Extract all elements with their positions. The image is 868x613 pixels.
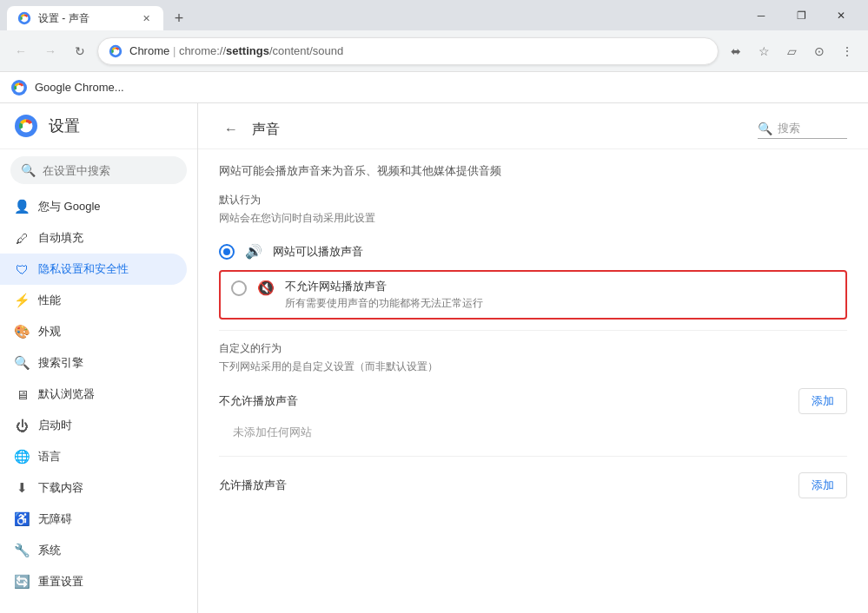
forward-nav-button[interactable]: → [38,39,63,63]
system-icon: 🔧 [14,543,30,558]
url-path: chrome://settings/content/sound [179,44,343,57]
bookmark-button[interactable]: ☆ [752,39,776,63]
custom-behavior-title: 自定义的行为 [219,341,847,356]
browser-icon: 🖥 [14,386,30,402]
shield-icon: 🛡 [14,261,30,277]
disallow-add-button[interactable]: 添加 [798,388,847,414]
sidebar-item-download[interactable]: ⬇ 下载内容 [0,472,187,504]
profile-button[interactable]: ⊙ [807,39,832,63]
sidebar-item-label: 默认浏览器 [38,386,95,402]
titlebar: 设置 - 声音 ✕ + ─ ❐ ✕ [0,0,868,30]
sidebar-search-bar[interactable]: 🔍 [10,156,187,184]
allow-add-button[interactable]: 添加 [798,472,847,498]
performance-icon: ⚡ [14,293,30,308]
sidebar-item-label: 您与 Google [38,199,101,214]
disallow-highlight-box: 🔇 不允许网站播放声音 所有需要使用声音的功能都将无法正常运行 [219,270,847,320]
allow-section-title: 允许播放声音 [219,478,287,493]
sidebar-item-accessibility[interactable]: ♿ 无障碍 [0,504,187,535]
sidebar-item-performance[interactable]: ⚡ 性能 [0,285,187,316]
menu-button[interactable]: ⋮ [835,39,859,63]
allow-sound-icon: 🔊 [245,243,262,260]
sidebar-item-privacy[interactable]: 🛡 隐私设置和安全性 [0,254,187,285]
close-button[interactable]: ✕ [821,0,861,30]
sidebar-header: 设置 [0,103,197,149]
accessibility-icon: ♿ [14,511,30,527]
window-controls: ─ ❐ ✕ [741,0,861,30]
content-body: 网站可能会播放声音来为音乐、视频和其他媒体提供音频 默认行为 网站会在您访问时自… [198,149,868,517]
sidebar-item-label: 系统 [38,543,61,558]
svg-point-2 [23,16,27,21]
allow-radio-button[interactable] [219,244,235,260]
sidebar-chrome-logo [14,114,38,138]
search-right-icon: 🔍 [758,122,772,135]
content-page-title: 声音 [252,121,280,139]
tab-close-button[interactable]: ✕ [139,11,153,25]
sidebar-item-autofill[interactable]: 🖊 自动填充 [0,222,187,254]
custom-behavior-subtitle: 下列网站采用的是自定义设置（而非默认设置） [219,359,847,374]
back-nav-button[interactable]: ← [9,39,33,63]
reload-button[interactable]: ↻ [68,39,92,63]
content-area: ← 声音 🔍 搜索 网站可能会播放声音来为音乐、视频和其他媒体提供音频 默认行为… [198,103,868,613]
sidebar-search-input[interactable] [43,164,189,177]
allow-add-row: 允许播放声音 添加 [219,467,847,504]
divider-1 [219,330,847,331]
google-title: Google Chrome... [35,81,124,94]
google-chrome-logo [10,79,28,96]
sidebar-item-label: 外观 [38,324,61,339]
sidebar-item-label: 自动填充 [38,230,83,246]
disallow-add-row: 不允许播放声音 添加 [219,383,847,419]
sidebar-item-appearance[interactable]: 🎨 外观 [0,316,187,347]
search-right-label: 搜索 [778,121,847,136]
sidebar-item-language[interactable]: 🌐 语言 [0,441,187,472]
person-icon: 👤 [14,199,30,214]
content-header-left: ← 声音 [219,117,280,142]
disallow-sound-icon: 🔇 [257,280,275,296]
content-search[interactable]: 🔍 搜索 [758,121,847,139]
google-bar: Google Chrome... [0,72,868,103]
sidebar-item-label: 下载内容 [38,480,83,496]
svg-point-8 [17,85,22,90]
sidebar: 设置 🔍 👤 您与 Google 🖊 自动填充 🛡 隐私设置和安全性 ⚡ 性能 … [0,103,198,613]
sidebar-item-google[interactable]: 👤 您与 Google [0,191,187,222]
active-tab[interactable]: 设置 - 声音 ✕ [7,6,163,30]
tab-favicon [17,11,31,25]
minimize-button[interactable]: ─ [741,0,781,30]
startup-icon: ⏻ [14,418,30,433]
restore-button[interactable]: ❐ [781,0,821,30]
tab-area: 设置 - 声音 ✕ + [7,0,741,30]
language-icon: 🌐 [14,449,30,465]
disallow-empty-text: 未添加任何网站 [219,419,847,445]
addressbar: ← → ↻ Chrome | chrome://settings/content… [0,30,868,72]
new-tab-button[interactable]: + [167,6,191,30]
disallow-sound-sublabel: 所有需要使用声音的功能都将无法正常运行 [285,296,483,311]
sidebar-item-system[interactable]: 🔧 系统 [0,535,187,566]
main-layout: 设置 🔍 👤 您与 Google 🖊 自动填充 🛡 隐私设置和安全性 ⚡ 性能 … [0,103,868,613]
autofill-icon: 🖊 [14,230,30,246]
sidebar-item-label: 搜索引擎 [38,355,83,371]
disallow-radio-button[interactable] [231,280,247,296]
content-back-button[interactable]: ← [219,117,243,142]
search-engine-icon: 🔍 [14,355,30,371]
sidebar-item-browser[interactable]: 🖥 默认浏览器 [0,379,187,410]
default-behavior-subtitle: 网站会在您访问时自动采用此设置 [219,211,847,226]
split-view-button[interactable]: ▱ [779,39,804,63]
divider-2 [219,456,847,457]
sidebar-app-title: 设置 [49,115,80,136]
share-button[interactable]: ⬌ [724,39,748,63]
sidebar-item-reset[interactable]: 🔄 重置设置 [0,566,187,597]
sidebar-item-label: 启动时 [38,418,72,433]
default-behavior-title: 默认行为 [219,193,847,208]
disallow-section-title: 不允许播放声音 [219,393,298,409]
svg-point-11 [23,122,30,129]
sidebar-item-startup[interactable]: ⏻ 启动时 [0,410,187,441]
disallow-sound-option[interactable]: 🔇 不允许网站播放声音 所有需要使用声音的功能都将无法正常运行 [231,279,835,311]
url-favicon [109,44,123,58]
tab-title: 设置 - 声音 [38,11,132,26]
reset-icon: 🔄 [14,574,30,590]
url-brand: Chrome [129,44,169,57]
sidebar-item-search[interactable]: 🔍 搜索引擎 [0,347,187,379]
palette-icon: 🎨 [14,324,30,339]
allow-sound-option[interactable]: 🔊 网站可以播放声音 [219,236,847,267]
search-icon: 🔍 [21,163,36,177]
url-bar[interactable]: Chrome | chrome://settings/content/sound [97,37,719,65]
